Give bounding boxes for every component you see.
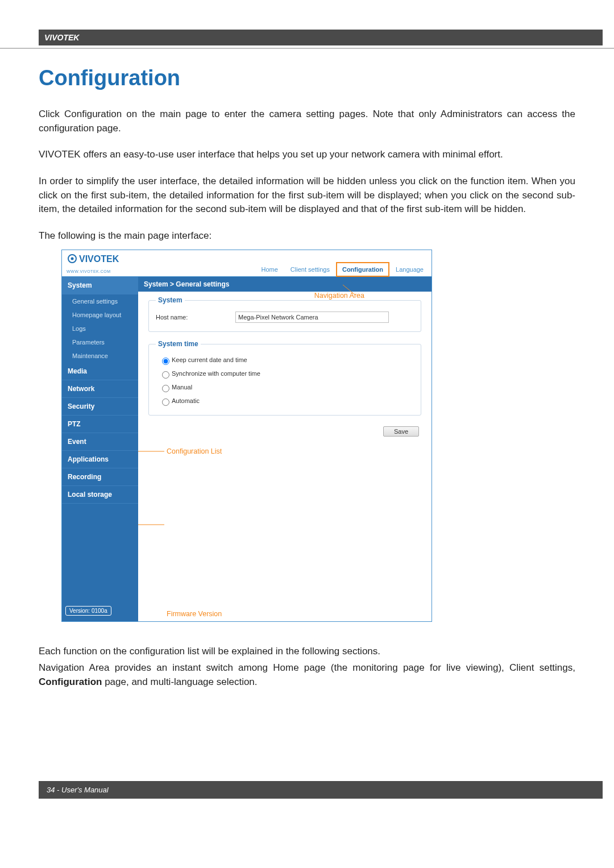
sidebar-cat-local-storage[interactable]: Local storage	[62, 486, 138, 504]
header-divider	[0, 48, 614, 49]
radio-keep-current-label: Keep current date and time	[172, 356, 247, 363]
tab-home[interactable]: Home	[256, 263, 284, 276]
vivotek-logo: VIVOTEK WWW.VIVOTEK.COM	[62, 250, 173, 276]
tab-language[interactable]: Language	[390, 263, 429, 276]
hostname-label: Host name:	[156, 314, 235, 321]
main-area: System > General settings System Host na…	[138, 277, 432, 621]
system-legend: System	[156, 296, 185, 304]
firmware-version-badge: Version: 0100a	[65, 606, 111, 616]
sidebar-cat-recording[interactable]: Recording	[62, 468, 138, 486]
intro-para-2: VIVOTEK offers an easy-to-use user inter…	[39, 148, 575, 162]
sidebar-cat-media[interactable]: Media	[62, 363, 138, 380]
radio-sync-computer-label: Synchronize with computer time	[172, 370, 260, 377]
annotation-firmware-version: Firmware Version	[167, 610, 222, 618]
sidebar-cat-network[interactable]: Network	[62, 380, 138, 398]
sidebar-item-maintenance[interactable]: Maintenance	[62, 349, 138, 363]
footer-page-info: 34 - User's Manual	[39, 781, 603, 799]
page-title: Configuration	[39, 66, 575, 90]
config-ui-screenshot: VIVOTEK WWW.VIVOTEK.COM Home Client sett…	[61, 250, 432, 622]
logo-subline: WWW.VIVOTEK.COM	[67, 269, 111, 273]
eye-icon: VIVOTEK	[67, 252, 129, 265]
lead-text: The following is the main page interface…	[39, 229, 575, 243]
radio-sync-computer[interactable]	[162, 371, 169, 379]
header-brand: VIVOTEK	[39, 30, 603, 45]
sidebar-item-parameters[interactable]: Parameters	[62, 335, 138, 349]
radio-automatic-label: Automatic	[172, 397, 200, 404]
system-time-fieldset: System time Keep current date and time S…	[148, 340, 421, 416]
nav-tabs: Home Client settings Configuration Langu…	[256, 263, 432, 276]
breadcrumb: System > General settings	[138, 277, 432, 292]
save-button[interactable]: Save	[383, 426, 419, 437]
system-time-legend: System time	[156, 340, 201, 348]
after-para-1: Each function on the configuration list …	[39, 645, 575, 659]
radio-manual-label: Manual	[172, 384, 192, 391]
annotation-navigation-area: Navigation Area	[314, 292, 364, 300]
sidebar-cat-system[interactable]: System	[62, 277, 138, 294]
sidebar-cat-security[interactable]: Security	[62, 398, 138, 416]
sidebar-item-homepage-layout[interactable]: Homepage layout	[62, 308, 138, 322]
radio-keep-current[interactable]	[162, 358, 169, 365]
intro-para-1: Click Configuration on the main page to …	[39, 107, 575, 135]
system-fieldset: System Host name:	[148, 296, 421, 332]
tab-configuration[interactable]: Configuration	[337, 263, 389, 276]
sidebar-item-logs[interactable]: Logs	[62, 322, 138, 335]
sidebar: System General settings Homepage layout …	[62, 277, 138, 621]
annotation-configuration-list: Configuration List	[167, 447, 222, 455]
top-nav: VIVOTEK WWW.VIVOTEK.COM Home Client sett…	[62, 250, 432, 277]
radio-automatic[interactable]	[162, 398, 169, 406]
sidebar-item-general-settings[interactable]: General settings	[62, 294, 138, 308]
sidebar-cat-ptz[interactable]: PTZ	[62, 416, 138, 433]
tab-client-settings[interactable]: Client settings	[285, 263, 335, 276]
after-para-2: Navigation Area provides an instant swit…	[39, 661, 575, 689]
intro-para-3: In order to simplify the user interface,…	[39, 175, 575, 217]
sidebar-cat-event[interactable]: Event	[62, 433, 138, 451]
sidebar-cat-applications[interactable]: Applications	[62, 451, 138, 468]
radio-manual[interactable]	[162, 385, 169, 392]
svg-text:VIVOTEK: VIVOTEK	[79, 254, 119, 264]
hostname-input[interactable]	[235, 312, 389, 323]
svg-point-1	[71, 258, 74, 260]
